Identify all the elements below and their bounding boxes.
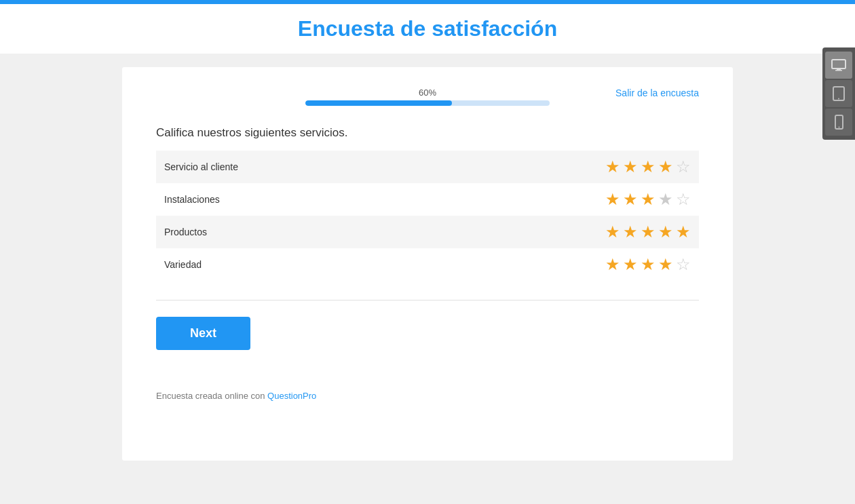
star-2[interactable]: ★: [623, 255, 638, 274]
stars-productos[interactable]: ★ ★ ★ ★ ★: [605, 222, 691, 241]
divider: [156, 300, 699, 301]
star-1[interactable]: ★: [605, 157, 620, 176]
star-2[interactable]: ★: [623, 157, 638, 176]
star-5[interactable]: ☆: [676, 157, 691, 176]
rating-table: Servicio al cliente ★ ★ ★ ★ ☆ Instalacio…: [156, 151, 699, 281]
section-title: Califica nuestros siguientes servicios.: [156, 126, 699, 140]
exit-survey-link[interactable]: Salir de la encuesta: [615, 88, 699, 98]
desktop-device-button[interactable]: [825, 52, 852, 79]
progress-bar-fill: [305, 100, 452, 106]
svg-rect-0: [832, 60, 846, 69]
table-row: Servicio al cliente ★ ★ ★ ★ ☆: [156, 151, 699, 183]
row-label: Servicio al cliente: [164, 161, 605, 172]
footer-text: Encuesta creada online con: [156, 391, 267, 401]
stars-instalaciones[interactable]: ★ ★ ★ ★ ☆: [605, 190, 691, 209]
device-sidebar: [822, 47, 855, 140]
row-label: Variedad: [164, 259, 605, 270]
star-2[interactable]: ★: [623, 190, 638, 209]
star-3[interactable]: ★: [641, 157, 656, 176]
svg-point-6: [838, 127, 839, 128]
table-row: Instalaciones ★ ★ ★ ★ ☆: [156, 183, 699, 216]
row-label: Productos: [164, 227, 605, 237]
footer-link[interactable]: QuestionPro: [267, 391, 316, 401]
star-4[interactable]: ★: [658, 222, 673, 241]
progress-label: 60%: [305, 88, 550, 98]
stars-variedad[interactable]: ★ ★ ★ ★ ☆: [605, 255, 691, 274]
star-3[interactable]: ★: [641, 190, 656, 209]
star-4[interactable]: ★: [658, 157, 673, 176]
progress-bar-container: [305, 100, 550, 106]
page-header: Encuesta de satisfacción: [0, 4, 855, 54]
table-row: Variedad ★ ★ ★ ★ ☆: [156, 248, 699, 281]
star-4[interactable]: ★: [658, 190, 673, 209]
footer: Encuesta creada online con QuestionPro: [156, 391, 699, 401]
svg-rect-2: [835, 70, 842, 71]
star-3[interactable]: ★: [641, 222, 656, 241]
star-5[interactable]: ★: [676, 222, 691, 241]
stars-servicio[interactable]: ★ ★ ★ ★ ☆: [605, 157, 691, 176]
mobile-device-button[interactable]: [825, 109, 852, 136]
next-button[interactable]: Next: [156, 317, 250, 350]
star-4[interactable]: ★: [658, 255, 673, 274]
star-5[interactable]: ☆: [676, 190, 691, 209]
table-row: Productos ★ ★ ★ ★ ★: [156, 216, 699, 248]
page-title: Encuesta de satisfacción: [0, 16, 855, 41]
star-5[interactable]: ☆: [676, 255, 691, 274]
star-1[interactable]: ★: [605, 190, 620, 209]
star-1[interactable]: ★: [605, 222, 620, 241]
tablet-device-button[interactable]: [825, 80, 852, 107]
star-3[interactable]: ★: [641, 255, 656, 274]
svg-rect-1: [837, 69, 841, 70]
survey-card: Salir de la encuesta 60% Califica nuestr…: [122, 67, 733, 461]
star-1[interactable]: ★: [605, 255, 620, 274]
star-2[interactable]: ★: [623, 222, 638, 241]
row-label: Instalaciones: [164, 194, 605, 205]
svg-point-4: [838, 98, 839, 100]
